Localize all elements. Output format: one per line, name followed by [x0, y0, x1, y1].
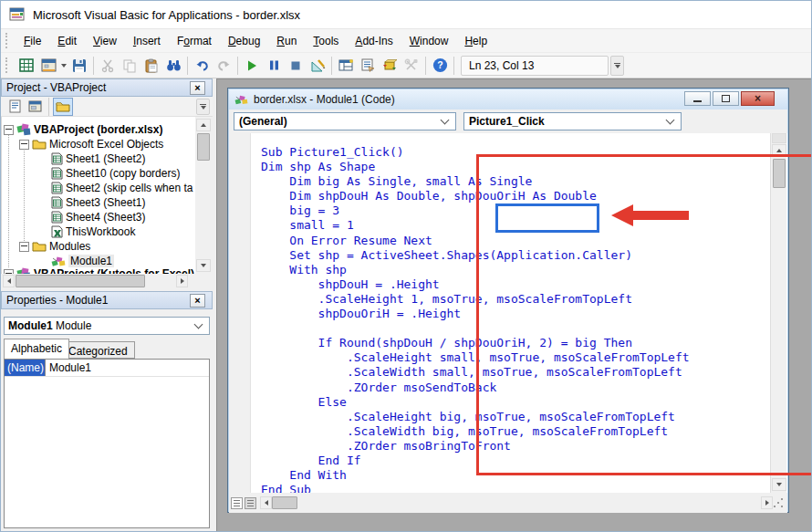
run-sub-button[interactable]: [241, 55, 263, 77]
menu-edit[interactable]: Edit: [49, 32, 85, 50]
properties-object-selector[interactable]: Module1 Module: [4, 317, 210, 335]
insert-object-dropdown-arrow[interactable]: [59, 55, 68, 77]
menu-file[interactable]: File: [16, 32, 49, 50]
tree-item-thisworkbook[interactable]: ThisWorkbook: [51, 224, 135, 239]
project-panel-close-button[interactable]: ×: [190, 81, 205, 95]
tree-item-sheet1[interactable]: Sheet1 (Sheet2): [51, 151, 145, 166]
toolbar-grip[interactable]: [5, 57, 11, 73]
menu-view[interactable]: View: [85, 32, 125, 50]
menu-insert[interactable]: Insert: [125, 32, 169, 50]
properties-panel-title: Properties - Module1: [6, 294, 108, 307]
scroll-left-button[interactable]: [260, 496, 272, 509]
view-object-icon: [28, 100, 42, 113]
view-code-button[interactable]: [5, 98, 25, 116]
scroll-right-button[interactable]: [761, 496, 773, 509]
procedure-view-button[interactable]: [231, 497, 243, 509]
save-button[interactable]: [68, 55, 90, 77]
properties-window-button[interactable]: [357, 55, 379, 77]
annotation-red-arrow: [607, 203, 693, 228]
toolbar-overflow-button[interactable]: [610, 56, 624, 76]
redo-button: [213, 55, 234, 77]
project-panel-header[interactable]: Project - VBAProject ×: [1, 78, 213, 97]
toggle-folders-button[interactable]: [53, 98, 73, 116]
menubar-grip[interactable]: [5, 33, 11, 48]
scroll-down-button[interactable]: [196, 259, 211, 272]
properties-panel-header[interactable]: Properties - Module1 ×: [1, 291, 213, 309]
collapse-box[interactable]: [4, 125, 14, 135]
app-titlebar[interactable]: Microsoft Visual Basic for Applications …: [1, 1, 811, 28]
annotation-blue-rectangle: [495, 203, 599, 233]
scroll-left-button[interactable]: [3, 275, 15, 287]
property-row-name[interactable]: (Name) Module1: [5, 360, 209, 377]
toolbox-icon: [404, 58, 419, 72]
scroll-right-button[interactable]: [176, 275, 188, 287]
menu-window[interactable]: Window: [401, 32, 457, 50]
tree-item-excel-objects[interactable]: Microsoft Excel Objects: [19, 137, 163, 151]
menu-addins[interactable]: Add-Ins: [347, 32, 401, 50]
minimize-button[interactable]: [684, 91, 711, 106]
project-tree-horizontal-scrollbar[interactable]: [1, 274, 213, 288]
tree-item-sheet10[interactable]: Sheet10 (copy borders): [51, 166, 180, 181]
scroll-up-button[interactable]: [196, 119, 211, 131]
properties-window-icon: [360, 58, 375, 72]
save-icon: [72, 58, 87, 73]
tab-categorized[interactable]: Categorized: [61, 341, 135, 359]
object-browser-icon: [382, 58, 397, 72]
undo-button[interactable]: [191, 55, 213, 77]
object-browser-button[interactable]: [379, 55, 401, 77]
view-code-icon: [8, 99, 22, 113]
collapse-box[interactable]: [19, 242, 29, 252]
tree-item-sheet4[interactable]: Sheet4 (Sheet3): [51, 210, 145, 224]
scrollbar-thumb[interactable]: [16, 275, 145, 287]
paste-button[interactable]: [141, 55, 162, 77]
tree-guide-line: [8, 130, 9, 267]
insert-userform-button[interactable]: [37, 55, 59, 77]
code-line[interactable]: End Sub: [261, 483, 767, 493]
margin-indicator-bar[interactable]: [229, 133, 251, 493]
view-object-button[interactable]: [25, 98, 45, 116]
object-dropdown[interactable]: (General): [234, 112, 456, 130]
tab-alphabetic[interactable]: Alphabetic: [4, 339, 69, 359]
full-module-view-button[interactable]: [245, 497, 256, 509]
find-button[interactable]: [162, 55, 184, 77]
scrollbar-thumb[interactable]: [272, 496, 297, 509]
project-toolbar-overflow-button[interactable]: [196, 99, 210, 115]
design-mode-button[interactable]: [307, 55, 328, 77]
property-name-cell[interactable]: (Name): [5, 360, 46, 376]
scissors-icon: [100, 58, 115, 73]
collapse-box[interactable]: [19, 140, 29, 150]
close-button[interactable]: ×: [741, 91, 775, 106]
tree-item-modules-folder[interactable]: Modules: [19, 239, 90, 254]
break-button[interactable]: [263, 55, 285, 77]
excel-icon: [19, 57, 35, 73]
property-value-cell[interactable]: Module1: [46, 360, 91, 376]
vba-app-icon: [9, 6, 26, 23]
view-microsoft-excel-button[interactable]: [16, 55, 37, 77]
reset-button[interactable]: [285, 55, 307, 77]
toolbox-button: [401, 55, 422, 77]
worksheet-icon: [51, 182, 63, 194]
split-handle[interactable]: [772, 133, 786, 143]
help-button[interactable]: ?: [429, 55, 451, 77]
menu-help[interactable]: Help: [456, 32, 495, 50]
procedure-dropdown[interactable]: Picture1_Click: [463, 112, 682, 130]
resize-grip[interactable]: [773, 497, 784, 508]
scrollbar-thumb[interactable]: [197, 133, 210, 161]
tree-item-sheet3[interactable]: Sheet3 (Sheet1): [51, 195, 145, 210]
scroll-down-button[interactable]: [772, 478, 786, 491]
run-icon: [245, 59, 258, 72]
properties-panel-close-button[interactable]: ×: [190, 294, 205, 308]
userform-icon: [41, 58, 57, 73]
menu-debug[interactable]: Debug: [220, 32, 268, 50]
menu-run[interactable]: Run: [268, 32, 305, 50]
menu-format[interactable]: Format: [169, 32, 220, 50]
tree-item-project-kutools[interactable]: VBAProject (Kutools for Excel): [4, 266, 194, 274]
menu-tools[interactable]: Tools: [305, 32, 347, 50]
tree-item-sheet2[interactable]: Sheet2 (skip cells when ta: [51, 181, 193, 195]
project-explorer-icon: [338, 58, 354, 72]
project-tree-vertical-scrollbar[interactable]: [196, 117, 211, 274]
project-explorer-button[interactable]: [335, 55, 357, 77]
restore-button[interactable]: [713, 91, 739, 106]
tree-item-project-border[interactable]: VBAProject (border.xlsx): [4, 122, 162, 137]
tree-guide-line: [24, 144, 25, 245]
